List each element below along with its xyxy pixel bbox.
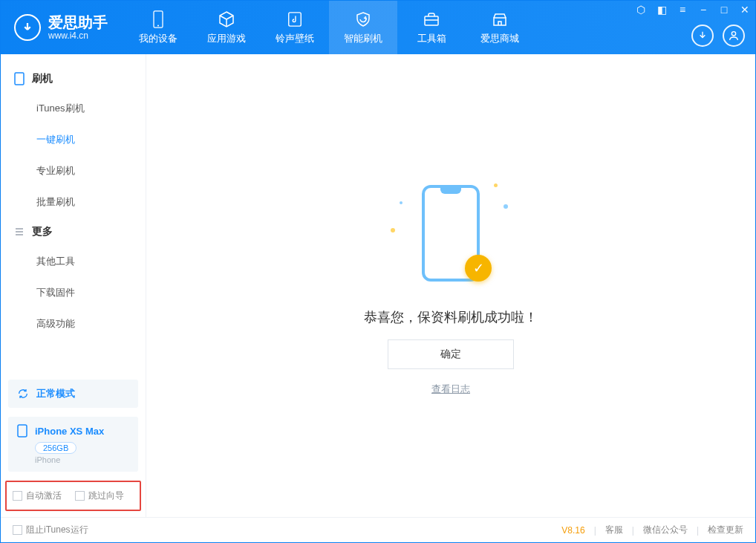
cube-icon [217,10,236,29]
checkbox-icon [75,491,85,501]
group-label: 刷机 [32,72,53,85]
ok-button[interactable]: 确定 [388,339,514,369]
device-icon [14,72,25,85]
logo-text: 爱思助手 www.i4.cn [48,14,108,41]
highlighted-options: 自动激活 跳过向导 [5,481,141,511]
svg-point-5 [731,32,735,36]
tab-apps-games[interactable]: 应用游戏 [192,1,261,54]
logo-area: 爱思助手 www.i4.cn [1,1,124,54]
device-capacity: 256GB [35,442,76,454]
svg-point-1 [157,25,159,27]
device-row: iPhone XS Max [17,424,129,438]
sidebar-group-more: 更多 [1,218,146,246]
checkbox-icon [13,491,22,501]
tab-flash[interactable]: 智能刷机 [329,1,397,54]
main-content: ✓ 恭喜您，保资料刷机成功啦！ 确定 查看日志 [146,54,755,517]
tab-label: 爱思商城 [480,32,519,45]
list-icon [14,227,25,237]
mode-label: 正常模式 [36,387,75,400]
window-controls: ⬡ ◧ ≡ − □ ✕ [635,4,751,16]
checkbox-block-itunes[interactable]: 阻止iTunes运行 [13,524,88,536]
user-button[interactable] [723,25,745,47]
footer-left: 阻止iTunes运行 [13,524,88,536]
app-url: www.i4.cn [48,30,108,41]
minimize-button[interactable]: − [697,4,709,16]
app-window: 爱思助手 www.i4.cn 我的设备 应用游戏 铃声壁纸 智能刷机 [0,0,756,543]
view-log-link[interactable]: 查看日志 [431,383,470,396]
device-type: iPhone [35,455,129,464]
checkbox-label: 跳过向导 [88,490,124,502]
tab-my-device[interactable]: 我的设备 [124,1,192,54]
sidebar-item-itunes-flash[interactable]: iTunes刷机 [1,93,146,124]
sidebar-item-other-tools[interactable]: 其他工具 [1,246,146,277]
sidebar-item-pro-flash[interactable]: 专业刷机 [1,155,146,186]
success-message: 恭喜您，保资料刷机成功啦！ [364,308,538,326]
tab-toolbox[interactable]: 工具箱 [397,1,466,54]
phone-icon [149,10,168,29]
footer-link-update[interactable]: 检查更新 [708,524,743,536]
tab-label: 智能刷机 [344,32,382,45]
tab-store[interactable]: 爱思商城 [466,1,534,54]
checkbox-skip-guide[interactable]: 跳过向导 [75,490,124,502]
store-icon [490,10,509,29]
footer-right: V8.16 | 客服 | 微信公众号 | 检查更新 [561,524,743,536]
checkbox-auto-activate[interactable]: 自动激活 [13,490,62,502]
toolbox-icon [422,10,441,29]
sidebar-item-download-firmware[interactable]: 下载固件 [1,277,146,308]
tab-icon[interactable]: ◧ [656,4,668,16]
header: 爱思助手 www.i4.cn 我的设备 应用游戏 铃声壁纸 智能刷机 [1,1,755,54]
app-title: 爱思助手 [48,14,108,30]
body: 刷机 iTunes刷机 一键刷机 专业刷机 批量刷机 更多 其他工具 下载固件 … [1,54,755,517]
group-label: 更多 [32,225,53,238]
logo-icon [14,14,41,41]
checkbox-label: 自动激活 [26,490,62,502]
sidebar-item-oneclick-flash[interactable]: 一键刷机 [1,124,146,155]
success-illustration: ✓ [388,176,514,295]
device-card[interactable]: iPhone XS Max 256GB iPhone [8,417,138,472]
checkbox-label: 阻止iTunes运行 [26,524,88,536]
menu-icon[interactable]: ≡ [677,4,688,16]
tab-ringtones[interactable]: 铃声壁纸 [261,1,329,54]
tab-label: 我的设备 [139,32,177,45]
device-mode-card[interactable]: 正常模式 [8,380,138,408]
tab-label: 工具箱 [417,32,446,45]
tab-label: 应用游戏 [207,32,246,45]
sidebar-group-flash: 刷机 [1,65,146,93]
svg-rect-3 [425,16,438,25]
music-note-icon [285,10,304,29]
header-actions [691,25,745,47]
device-name: iPhone XS Max [35,426,104,437]
svg-rect-7 [18,425,27,437]
tab-label: 铃声壁纸 [276,32,314,45]
checkbox-icon [13,525,22,535]
sidebar: 刷机 iTunes刷机 一键刷机 专业刷机 批量刷机 更多 其他工具 下载固件 … [1,54,146,517]
sidebar-item-advanced[interactable]: 高级功能 [1,308,146,339]
close-button[interactable]: ✕ [739,4,751,16]
svg-rect-6 [15,73,24,85]
refresh-shield-icon [353,10,373,29]
download-button[interactable] [691,25,714,47]
footer: 阻止iTunes运行 V8.16 | 客服 | 微信公众号 | 检查更新 [1,517,755,542]
header-tabs: 我的设备 应用游戏 铃声壁纸 智能刷机 工具箱 爱思商城 [124,1,534,54]
phone-small-icon [17,424,27,438]
svg-rect-2 [289,13,302,26]
sidebar-item-batch-flash[interactable]: 批量刷机 [1,186,146,218]
footer-link-support[interactable]: 客服 [605,524,623,536]
maximize-button[interactable]: □ [718,4,730,16]
sync-icon [17,388,29,400]
footer-link-wechat[interactable]: 微信公众号 [643,524,688,536]
shirt-icon[interactable]: ⬡ [635,4,647,16]
success-check-icon: ✓ [465,255,492,282]
version-label: V8.16 [561,525,584,536]
